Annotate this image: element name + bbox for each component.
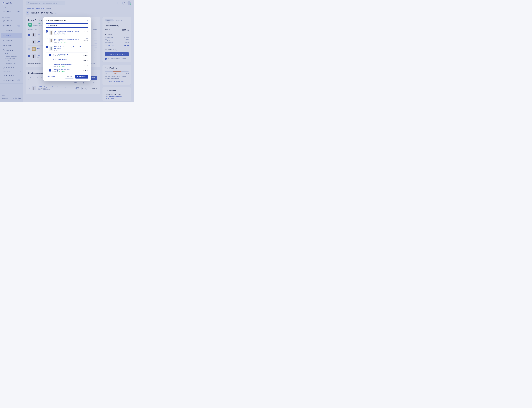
modal-variant: 750mL, Limited EditionSKU 19011 12 Avail…: [46, 58, 89, 63]
svg-line-52: [49, 26, 49, 26]
modal-title: Bleasdale Vineyards: [48, 19, 66, 22]
price-strike: $30.00: [83, 38, 89, 40]
price: $97.00: [84, 64, 89, 66]
variant-checkbox[interactable]: [49, 54, 51, 56]
variant-checkbox[interactable]: [49, 64, 51, 66]
variant-name[interactable]: 1.5LMagnum, Standard Edition: [53, 64, 82, 66]
product-thumb: [49, 46, 53, 51]
selection-count: 3 Items Selected: [46, 76, 56, 77]
modal-back-button[interactable]: [46, 19, 47, 22]
variant-checkbox[interactable]: [49, 59, 51, 61]
price: $63.00: [84, 54, 89, 56]
cancel-button[interactable]: Cancel: [65, 75, 74, 78]
product-thumb: [49, 38, 53, 43]
variant-name[interactable]: 1.5LMagnum, Limited Edition: [53, 69, 81, 70]
price: $28.00: [83, 40, 89, 42]
product-name[interactable]: 2017 The Ironstone Pressings Grenache Sh…: [54, 30, 82, 34]
product-picker-modal: Bleasdale Vineyards 2017 The Ironstone P…: [43, 17, 91, 81]
modal-variant: 750mL, Standard EditionSKU 19011 12 Avai…: [46, 53, 89, 58]
price: $30.00: [83, 30, 89, 32]
variant-name[interactable]: 750mL, Standard Edition: [53, 54, 82, 55]
product-name[interactable]: 2017 The Ironstone Pressings Grenache Sh…: [54, 46, 89, 50]
modal-item: 2017 The Ironstone Pressings Grenache Sh…: [46, 37, 89, 45]
item-checkbox[interactable]: [46, 38, 48, 40]
variant-name[interactable]: 750mL, Limited Edition: [53, 59, 82, 60]
search-icon: [47, 25, 49, 26]
variant-checkbox[interactable]: [49, 69, 51, 71]
product-thumb: [49, 30, 53, 35]
modal-item: 2017 The Ironstone Pressings Grenache Sh…: [46, 29, 89, 37]
modal-variant: 1.5LMagnum, Standard EditionSKU 19011 12…: [46, 63, 89, 68]
modal-search[interactable]: [46, 23, 89, 28]
modal-overlay[interactable]: Bleasdale Vineyards 2017 The Ironstone P…: [0, 0, 134, 102]
modal-close-button[interactable]: [87, 19, 89, 22]
item-checkbox[interactable]: [46, 30, 48, 33]
price: $114.00: [83, 69, 89, 71]
item-checkbox[interactable]: [46, 46, 48, 48]
add-to-invoice-button[interactable]: Add To Invoice: [75, 75, 89, 78]
modal-search-input[interactable]: [50, 25, 87, 26]
modal-variant: 1.5LMagnum, Limited EditionSKU 19011 12 …: [46, 68, 89, 73]
price: $88.00: [84, 59, 89, 61]
svg-point-51: [48, 25, 49, 26]
modal-item-group: 2017 The Ironstone Pressings Grenache Sh…: [46, 45, 89, 53]
product-name[interactable]: 2017 The Ironstone Pressings Grenache Sh…: [54, 38, 82, 42]
